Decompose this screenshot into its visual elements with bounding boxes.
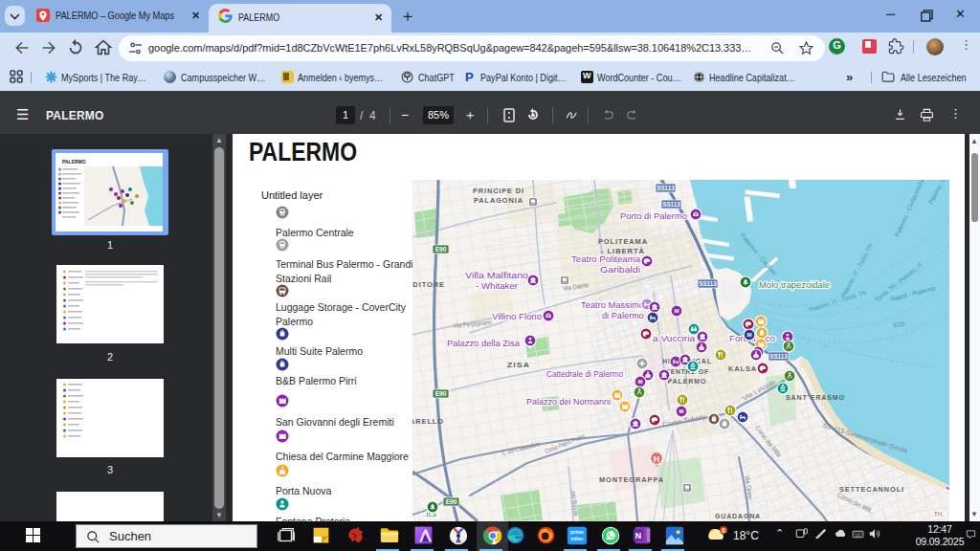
svg-text:SS113: SS113	[662, 201, 680, 208]
svg-text:Villa Malfitano: Villa Malfitano	[465, 271, 528, 280]
svg-text:Porto di Palermo: Porto di Palermo	[620, 211, 687, 221]
svg-text:di Palermo: di Palermo	[602, 311, 644, 320]
svg-text:MONTEGRAPPA: MONTEGRAPPA	[599, 475, 664, 484]
svg-text:SS113: SS113	[657, 185, 675, 191]
svg-text:POLITEAMA: POLITEAMA	[598, 237, 648, 246]
svg-text:PALERMO: PALERMO	[62, 159, 86, 165]
svg-text:Tri..: Tri..	[934, 510, 947, 518]
svg-text:Cattedrale di Palermo: Cattedrale di Palermo	[546, 369, 623, 379]
svg-text:prime: prime	[570, 529, 584, 535]
svg-text:SETTECANNOLI: SETTECANNOLI	[839, 485, 904, 494]
svg-text:Garibaldi: Garibaldi	[600, 265, 640, 275]
svg-text:UDITORE: UDITORE	[412, 280, 445, 289]
svg-text:H: H	[654, 454, 660, 464]
svg-text:M: M	[747, 332, 752, 338]
svg-text:M: M	[638, 379, 643, 385]
svg-text:Molo trapezoidale: Molo trapezoidale	[759, 280, 830, 290]
svg-text:Teatro Massimo: Teatro Massimo	[581, 300, 644, 310]
svg-text:- Whitaker: - Whitaker	[476, 281, 518, 291]
svg-text:video: video	[570, 536, 583, 541]
svg-text:Villino Florio: Villino Florio	[492, 312, 542, 321]
svg-text:E90: E90	[446, 498, 457, 505]
svg-text:E90: E90	[435, 390, 447, 397]
svg-text:ZISA: ZISA	[507, 361, 530, 369]
svg-text:Palazzo dei Normanni: Palazzo dei Normanni	[526, 397, 611, 407]
svg-text:a Vucciria: a Vucciria	[653, 334, 696, 343]
svg-text:SS113: SS113	[699, 280, 717, 287]
svg-text:SANT’ERASMO: SANT’ERASMO	[786, 393, 845, 402]
svg-text:E90: E90	[435, 246, 447, 253]
svg-text:ARELLO: ARELLO	[412, 417, 444, 426]
svg-text:M: M	[675, 308, 679, 314]
svg-text:PALERMO: PALERMO	[668, 377, 707, 386]
svg-text:KALSA: KALSA	[728, 364, 757, 373]
svg-text:6: 6	[722, 527, 725, 534]
svg-text:Palazzo della Zisa: Palazzo della Zisa	[447, 339, 521, 348]
svg-text:PALAGONIA: PALAGONIA	[474, 196, 523, 205]
svg-text:PRINCIPE DI: PRINCIPE DI	[473, 187, 524, 195]
svg-text:SS113: SS113	[769, 353, 788, 360]
svg-text:Teatro Politeama: Teatro Politeama	[571, 254, 641, 264]
svg-text:M: M	[679, 408, 684, 414]
svg-text:GUADAGNA: GUADAGNA	[715, 512, 761, 520]
svg-text:N: N	[635, 531, 641, 540]
